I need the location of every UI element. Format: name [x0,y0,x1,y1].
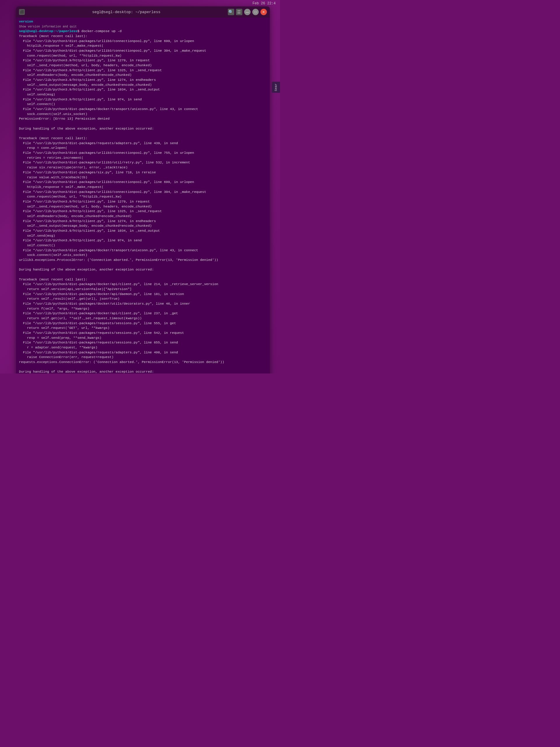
terminal-body[interactable]: versionShow version information and quit… [16,18,270,374]
titlebar-right: 🔍 ☰ — □ ✕ [228,9,267,15]
titlebar-left: ⬛ [19,9,25,15]
search-side-label: Sear [274,83,278,91]
minimize-button[interactable]: — [244,9,250,15]
timestamp: Feb 26 22:4 [252,1,276,5]
close-button[interactable]: ✕ [261,9,267,15]
terminal-titlebar: ⬛ segl@segl-desktop: ~/paperless 🔍 ☰ — □… [16,6,270,18]
desktop: Feb 26 22:4 ⬛ segl@segl-desktop: ~/paper… [0,0,280,374]
maximize-button[interactable]: □ [252,9,259,15]
terminal-title: segl@segl-desktop: ~/paperless [92,10,160,14]
side-panel-right: Sear [272,82,280,93]
search-button[interactable]: 🔍 [228,9,234,15]
terminal-window: ⬛ segl@segl-desktop: ~/paperless 🔍 ☰ — □… [16,6,270,374]
terminal-app-icon: ⬛ [19,9,25,15]
menu-button[interactable]: ☰ [236,9,242,15]
